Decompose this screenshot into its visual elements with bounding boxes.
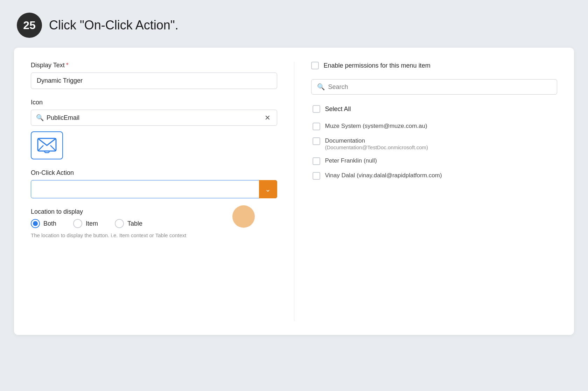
left-panel: Display Text * Icon 🔍 ✕ bbox=[14, 62, 294, 321]
step-title: Click "On-Click Action". bbox=[49, 18, 178, 33]
location-hint: The location to display the button. i.e.… bbox=[31, 232, 277, 238]
radio-option-table[interactable]: Table bbox=[115, 219, 142, 228]
user-name-1: Documentation bbox=[325, 137, 428, 144]
onclick-dropdown-button[interactable]: ⌄ bbox=[259, 180, 277, 198]
right-panel: Enable permissions for this menu item 🔍 … bbox=[294, 62, 574, 321]
list-item[interactable]: Peter Franklin (null) bbox=[311, 154, 558, 169]
display-text-field-group: Display Text * bbox=[31, 62, 277, 89]
select-all-checkbox[interactable] bbox=[313, 105, 320, 113]
icon-label: Icon bbox=[31, 99, 277, 106]
list-item[interactable]: Muze System (system@muze.com.au) bbox=[311, 119, 558, 134]
user-checkbox-2[interactable] bbox=[313, 157, 320, 165]
icon-input-wrapper: 🔍 ✕ bbox=[31, 110, 277, 126]
onclick-action-wrapper: ⌄ bbox=[31, 180, 277, 198]
radio-option-item[interactable]: Item bbox=[73, 219, 98, 228]
radio-row: Both Item Table bbox=[31, 219, 277, 228]
location-label: Location to display bbox=[31, 208, 277, 215]
permissions-row: Enable permissions for this menu item bbox=[311, 62, 558, 69]
list-item[interactable]: Vinay Dalal (vinay.dalal@rapidplatform.c… bbox=[311, 169, 558, 183]
permissions-label: Enable permissions for this menu item bbox=[324, 62, 430, 69]
radio-option-both[interactable]: Both bbox=[31, 219, 56, 228]
user-info-3: Vinay Dalal (vinay.dalal@rapidplatform.c… bbox=[325, 172, 442, 179]
select-all-label: Select All bbox=[325, 105, 351, 113]
location-field-group: Location to display Both Item Tabl bbox=[31, 208, 277, 238]
search-input[interactable] bbox=[328, 83, 552, 91]
onclick-action-label: On-Click Action bbox=[31, 169, 277, 177]
display-text-input[interactable] bbox=[31, 73, 277, 89]
user-email-1: (Documentation@TestDoc.onmicrosoft.com) bbox=[325, 144, 428, 150]
permissions-checkbox[interactable] bbox=[311, 62, 319, 69]
display-text-label: Display Text * bbox=[31, 62, 277, 69]
radio-circle-table bbox=[115, 219, 124, 228]
search-icon: 🔍 bbox=[317, 83, 325, 91]
step-number: 25 bbox=[17, 13, 42, 38]
select-all-row: Select All bbox=[311, 102, 558, 116]
svg-line-2 bbox=[50, 145, 56, 151]
user-checkbox-0[interactable] bbox=[313, 123, 320, 130]
email-icon bbox=[37, 138, 57, 153]
onclick-action-input[interactable] bbox=[31, 180, 277, 198]
required-star: * bbox=[66, 62, 69, 69]
radio-label-item: Item bbox=[86, 220, 98, 227]
main-card: Display Text * Icon 🔍 ✕ bbox=[14, 48, 574, 335]
svg-line-1 bbox=[38, 145, 43, 151]
icon-clear-button[interactable]: ✕ bbox=[263, 114, 272, 122]
radio-circle-item bbox=[73, 219, 82, 228]
user-name-0: Muze System (system@muze.com.au) bbox=[325, 123, 427, 130]
radio-circle-both bbox=[31, 219, 40, 228]
icon-preview bbox=[31, 131, 63, 159]
user-info-2: Peter Franklin (null) bbox=[325, 157, 377, 164]
search-box: 🔍 bbox=[311, 79, 558, 95]
icon-search-input[interactable] bbox=[47, 114, 263, 122]
user-info-1: Documentation (Documentation@TestDoc.onm… bbox=[325, 137, 428, 150]
radio-inner-both bbox=[33, 221, 38, 226]
user-checkbox-1[interactable] bbox=[313, 137, 320, 145]
icon-search-glyph: 🔍 bbox=[36, 114, 44, 122]
chevron-down-icon: ⌄ bbox=[265, 185, 271, 193]
user-name-3: Vinay Dalal (vinay.dalal@rapidplatform.c… bbox=[325, 172, 442, 179]
onclick-action-field-group: On-Click Action ⌄ bbox=[31, 169, 277, 198]
user-name-2: Peter Franklin (null) bbox=[325, 157, 377, 164]
radio-label-table: Table bbox=[127, 220, 142, 227]
icon-field-group: Icon 🔍 ✕ bbox=[31, 99, 277, 159]
user-list: Muze System (system@muze.com.au) Documen… bbox=[311, 119, 558, 183]
radio-label-both: Both bbox=[43, 220, 56, 227]
user-info-0: Muze System (system@muze.com.au) bbox=[325, 123, 427, 130]
list-item[interactable]: Documentation (Documentation@TestDoc.onm… bbox=[311, 134, 558, 154]
user-checkbox-3[interactable] bbox=[313, 172, 320, 180]
step-header: 25 Click "On-Click Action". bbox=[0, 0, 588, 48]
